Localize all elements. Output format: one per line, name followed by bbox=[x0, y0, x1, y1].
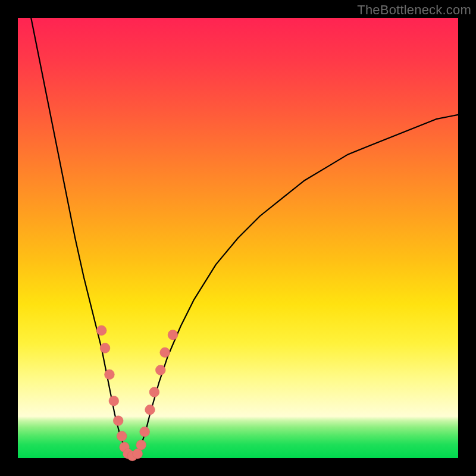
series-left-branch bbox=[31, 18, 128, 458]
highlight-dot bbox=[133, 449, 143, 459]
highlight-dot bbox=[105, 369, 115, 380]
highlight-dot bbox=[160, 347, 170, 358]
highlight-dot bbox=[140, 427, 150, 437]
highlight-dot bbox=[155, 365, 165, 375]
highlight-dot bbox=[149, 387, 159, 397]
highlight-dot bbox=[145, 405, 155, 415]
plot-area bbox=[18, 18, 458, 458]
highlight-dot bbox=[109, 396, 119, 406]
highlight-dot bbox=[168, 330, 178, 340]
series-right-branch bbox=[137, 115, 458, 458]
highlight-dot bbox=[100, 343, 110, 353]
highlight-dot bbox=[113, 416, 123, 426]
highlight-dot bbox=[136, 440, 146, 450]
highlight-dot bbox=[117, 431, 127, 441]
curve-layer bbox=[18, 18, 458, 458]
chart-frame: TheBottleneck.com bbox=[0, 0, 476, 476]
highlight-dot bbox=[96, 325, 107, 336]
watermark-text: TheBottleneck.com bbox=[357, 2, 471, 18]
